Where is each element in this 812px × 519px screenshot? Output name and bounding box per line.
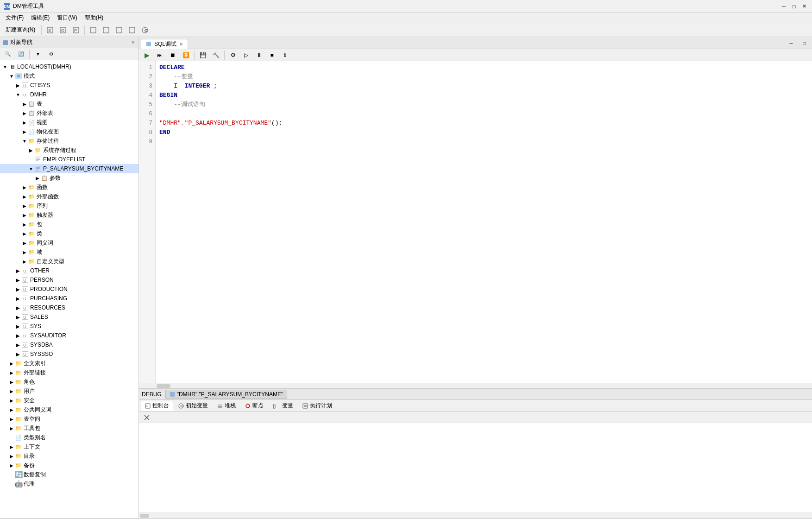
tree-node-procedures[interactable]: ▼ 📁 存储过程 <box>0 136 138 146</box>
toolbar-btn-8[interactable]: ⚙ <box>139 25 151 36</box>
tree-toggle-resources[interactable]: ▶ <box>15 305 21 310</box>
tree-toggle-ext-tables[interactable]: ▶ <box>21 111 28 116</box>
debug-settings-btn[interactable]: ⚙ <box>227 50 239 61</box>
tree-node-person[interactable]: ▶ U PERSON <box>0 275 138 285</box>
tree-node-dmhr[interactable]: ▼ U DMHR <box>0 90 138 99</box>
run-button[interactable]: ▶ <box>141 50 153 61</box>
tree-toggle-tablespace[interactable]: ▶ <box>8 417 15 422</box>
tree-node-employeelist[interactable]: ▶ EMPLOYEELIST <box>0 155 138 164</box>
navigator-close[interactable]: ✕ <box>130 39 136 46</box>
tree-toggle-ext-links[interactable]: ▶ <box>8 370 15 375</box>
tree-node-ext-links[interactable]: ▶ 📁 外部链接 <box>0 368 138 377</box>
toolbar-btn-1[interactable]: S <box>44 25 56 36</box>
tree-node-sequences[interactable]: ▶ 📁 序列 <box>0 201 138 210</box>
tree-node-type-alias[interactable]: ▶ 📄 类型别名 <box>0 433 138 442</box>
tree-node-domains[interactable]: ▶ 📁 域 <box>0 247 138 257</box>
debug-tab-variables[interactable]: {} 变量 <box>269 401 297 411</box>
tree-toggle-full-text-index[interactable]: ▶ <box>8 361 15 366</box>
menu-edit[interactable]: 编辑(E) <box>27 13 53 23</box>
tree-node-localhost[interactable]: ▼ 🖥 LOCALHOST(DMHR) <box>0 62 138 71</box>
debug-stop2-btn[interactable]: ■ <box>266 50 278 61</box>
maximize-button[interactable]: □ <box>790 2 798 11</box>
tree-toggle-syssso[interactable]: ▶ <box>15 352 21 357</box>
debug-tab-breakpoints[interactable]: 断点 <box>241 401 268 411</box>
tree-node-sales[interactable]: ▶ U SALES <box>0 312 138 322</box>
tree-toggle-ext-functions[interactable]: ▶ <box>21 194 28 199</box>
tab-maximize-btn[interactable]: □ <box>798 38 810 49</box>
tree-toggle-classes[interactable]: ▶ <box>21 231 28 236</box>
nav-filter-btn[interactable]: ▼ <box>32 49 44 60</box>
tree-node-toolbox[interactable]: ▶ 📁 工具包 <box>0 424 138 433</box>
tree-toggle-toolbox[interactable]: ▶ <box>8 426 15 431</box>
toolbar-btn-2[interactable]: O <box>57 25 69 36</box>
tree-toggle-context[interactable]: ▶ <box>8 444 15 449</box>
toolbar-btn-3[interactable]: P <box>70 25 82 36</box>
tree-node-resources[interactable]: ▶ U RESOURCES <box>0 303 138 312</box>
tree-toggle-schemas[interactable]: ▼ <box>8 74 15 79</box>
tree-toggle-triggers[interactable]: ▶ <box>21 213 28 218</box>
nav-search-btn[interactable]: 🔍 <box>2 49 14 60</box>
toolbar-btn-4[interactable] <box>87 25 99 36</box>
tree-node-purchasing[interactable]: ▶ U PURCHASING <box>0 294 138 303</box>
tree-node-tables[interactable]: ▶ 📋 表 <box>0 99 138 108</box>
tree-node-catalog[interactable]: ▶ 📁 目录 <box>0 451 138 461</box>
tree-toggle-ctisys[interactable]: ▶ <box>15 83 21 88</box>
tree-node-custom-types[interactable]: ▶ 📁 自定义类型 <box>0 257 138 266</box>
tree-node-ext-functions[interactable]: ▶ 📁 外部函数 <box>0 192 138 201</box>
tree-node-sysauditor[interactable]: ▶ U SYSAUDITOR <box>0 331 138 340</box>
tree-toggle-purchasing[interactable]: ▶ <box>15 296 21 301</box>
new-query-button[interactable]: 新建查询(N) <box>2 25 39 36</box>
tree-node-sys-procedures[interactable]: ▶ 📁 系统存储过程 <box>0 146 138 155</box>
tree-node-syssso[interactable]: ▶ U SYSSSO <box>0 349 138 359</box>
tree-toggle-sysdba[interactable]: ▶ <box>15 342 21 348</box>
tree-node-other[interactable]: ▶ U OTHER <box>0 266 138 275</box>
tree-toggle-sysauditor[interactable]: ▶ <box>15 333 21 338</box>
code-content[interactable]: DECLARE --变量 I INTEGER ; BEGIN --调试语句 "D… <box>156 61 812 383</box>
tree-node-params[interactable]: ▶ 📋 参数 <box>0 173 138 183</box>
tree-node-p-salary[interactable]: ▼ P_SALARYSUM_BYCITYNAME <box>0 164 138 173</box>
tree-node-security[interactable]: ▶ 📁 安全 <box>0 396 138 405</box>
tree-node-ctisys[interactable]: ▶ U CTISYS <box>0 81 138 90</box>
tree-toggle-mat-views[interactable]: ▶ <box>21 129 28 134</box>
tree-toggle-security[interactable]: ▶ <box>8 398 15 403</box>
tree-toggle-synonyms[interactable]: ▶ <box>21 241 28 246</box>
tree-toggle-catalog[interactable]: ▶ <box>8 454 15 459</box>
menu-window[interactable]: 窗口(W) <box>53 13 81 23</box>
tree-node-roles[interactable]: ▶ 📁 角色 <box>0 377 138 386</box>
tree-node-views[interactable]: ▶ 📄 视图 <box>0 118 138 127</box>
tree-toggle-functions[interactable]: ▶ <box>21 185 28 190</box>
tree-node-context[interactable]: ▶ 📁 上下文 <box>0 442 138 451</box>
debug-tab-init-vars[interactable]: ⚙ 初始变量 <box>174 401 212 411</box>
menu-file[interactable]: 文件(F) <box>2 13 27 23</box>
debug-tab-stack[interactable]: 堆栈 <box>213 401 240 411</box>
tree-toggle-tables[interactable]: ▶ <box>21 101 28 107</box>
tree-toggle-users[interactable]: ▶ <box>8 389 15 394</box>
tree-toggle-procedures[interactable]: ▼ <box>21 139 28 144</box>
tree-toggle-sys[interactable]: ▶ <box>15 324 21 329</box>
debug-file-tab[interactable]: "DMHR"."P_SALARYSUM_BYCITYNAME" <box>165 390 288 399</box>
tree-node-sys[interactable]: ▶ U SYS <box>0 322 138 331</box>
compile-button[interactable]: 🔨 <box>210 50 222 61</box>
tab-minimize-btn[interactable]: ─ <box>785 38 797 49</box>
step-in-button[interactable]: ⏬ <box>180 50 192 61</box>
minimize-button[interactable]: ─ <box>780 2 788 11</box>
toolbar-btn-5[interactable] <box>100 25 112 36</box>
tree-node-ext-tables[interactable]: ▶ 📋 外部表 <box>0 108 138 118</box>
tree-node-public-synonyms[interactable]: ▶ 📁 公共同义词 <box>0 405 138 414</box>
tree-node-agent[interactable]: ▶ 🤖 代理 <box>0 479 138 488</box>
tree-toggle-views[interactable]: ▶ <box>21 120 28 125</box>
sql-debug-tab-close[interactable]: ✕ <box>179 42 183 47</box>
stop-button[interactable]: ⏹ <box>167 50 179 61</box>
toolbar-btn-6[interactable] <box>113 25 125 36</box>
nav-settings-btn[interactable]: ⚙ <box>45 49 57 60</box>
tree-toggle-params[interactable]: ▶ <box>34 176 41 181</box>
save-button[interactable]: 💾 <box>197 50 209 61</box>
tree-node-tablespace[interactable]: ▶ 📁 表空间 <box>0 414 138 424</box>
tree-toggle-person[interactable]: ▶ <box>15 278 21 283</box>
tree-node-production[interactable]: ▶ U PRODUCTION <box>0 285 138 294</box>
tree-node-mat-views[interactable]: ▶ 📄 物化视图 <box>0 127 138 136</box>
tree-toggle-production[interactable]: ▶ <box>15 287 21 292</box>
close-button[interactable]: ✕ <box>800 2 808 11</box>
tree-toggle-public-synonyms[interactable]: ▶ <box>8 407 15 412</box>
tree-toggle-sales[interactable]: ▶ <box>15 315 21 320</box>
